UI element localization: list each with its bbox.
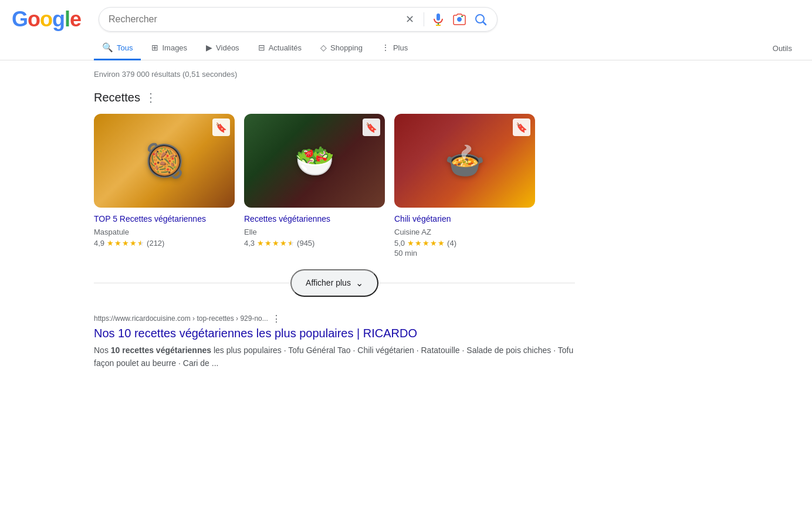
search-bar: meilleures recettes végétariennes ✕ <box>99 7 498 32</box>
star-2-3: ★ <box>272 239 279 248</box>
recipes-section-title: Recettes <box>94 91 140 104</box>
recipe-rating-1: 4,9 ★ ★ ★ ★ ★ (212) <box>94 239 235 248</box>
svg-line-5 <box>483 22 486 25</box>
tab-images[interactable]: ⊞ Images <box>143 37 195 60</box>
result-desc-1: Nos 10 recettes végétariennes les plus p… <box>94 344 575 370</box>
tab-tous[interactable]: 🔍 Tous <box>94 36 141 60</box>
header: Google meilleures recettes végétariennes… <box>0 0 812 32</box>
search-submit-icon[interactable] <box>473 12 488 26</box>
tab-shopping[interactable]: ◇ Shopping <box>312 37 371 60</box>
tab-shopping-label: Shopping <box>330 43 363 52</box>
tab-videos[interactable]: ▶ Vidéos <box>198 37 248 60</box>
bookmark-button-3[interactable]: 🔖 <box>513 118 530 136</box>
stars-2: ★ ★ ★ ★ ★ <box>257 239 295 248</box>
tab-actualites[interactable]: ⊟ Actualités <box>250 37 310 60</box>
results-count: Environ 379 000 résultats (0,51 secondes… <box>94 70 575 79</box>
recipe-image-2: 🥗 🔖 <box>244 114 385 208</box>
rating-count-1: (212) <box>147 239 164 248</box>
recipe-title-2[interactable]: Recettes végétariennes <box>244 214 385 225</box>
stars-1: ★ ★ ★ ★ ★ <box>107 239 144 248</box>
divider-left <box>94 283 290 283</box>
bookmark-button-2[interactable]: 🔖 <box>363 118 380 136</box>
bookmark-icon-1: 🔖 <box>215 122 227 133</box>
shopping-tab-icon: ◇ <box>320 43 327 52</box>
star-1-3: ★ <box>122 239 129 248</box>
recipe-card-3[interactable]: 🍲 🔖 Chili végétarien Cuisine AZ 5,0 ★ ★ … <box>394 114 535 258</box>
images-tab-icon: ⊞ <box>151 43 158 52</box>
tab-tous-label: Tous <box>117 43 133 52</box>
bookmark-icon-3: 🔖 <box>516 122 527 133</box>
recipe-title-1[interactable]: TOP 5 Recettes végétariennes <box>94 214 235 225</box>
star-2-4: ★ <box>280 239 287 248</box>
rating-score-3: 5,0 <box>394 239 405 248</box>
rating-score-1: 4,9 <box>94 239 104 248</box>
star-3-1: ★ <box>407 239 414 248</box>
google-logo[interactable]: Google <box>12 7 81 32</box>
recipes-section-header: Recettes ⋮ <box>94 90 575 104</box>
search-tab-icon: 🔍 <box>102 42 113 53</box>
result-url-text-1: https://www.ricardocuisine.com › top-rec… <box>94 314 268 323</box>
recipe-source-1: Maspatule <box>94 228 235 236</box>
result-title-1[interactable]: Nos 10 recettes végétariennes les plus p… <box>94 327 575 340</box>
svg-rect-0 <box>437 13 440 21</box>
search-result-1: https://www.ricardocuisine.com › top-rec… <box>94 313 575 370</box>
star-1-2: ★ <box>114 239 121 248</box>
bookmark-icon-2: 🔖 <box>366 122 377 133</box>
show-more-row: Afficher plus ⌄ <box>94 269 575 297</box>
actualites-tab-icon: ⊟ <box>258 43 265 52</box>
rating-score-2: 4,3 <box>244 239 255 248</box>
camera-icon[interactable] <box>452 12 466 26</box>
star-2-1: ★ <box>257 239 264 248</box>
section-menu-icon[interactable]: ⋮ <box>145 90 157 104</box>
star-1-4: ★ <box>130 239 137 248</box>
recipe-time-3: 50 min <box>394 249 535 258</box>
recipe-image-1: 🥘 🔖 <box>94 114 235 208</box>
recipe-source-3: Cuisine AZ <box>394 228 535 236</box>
recipe-card-1[interactable]: 🥘 🔖 TOP 5 Recettes végétariennes Maspatu… <box>94 114 235 258</box>
show-more-label: Afficher plus <box>306 278 351 287</box>
star-3-5: ★ <box>438 239 445 248</box>
result-url-1: https://www.ricardocuisine.com › top-rec… <box>94 313 575 324</box>
star-1-5: ★ <box>137 239 144 248</box>
results-area: Environ 379 000 résultats (0,51 secondes… <box>0 60 587 393</box>
tab-videos-label: Vidéos <box>216 43 239 52</box>
rating-count-3: (4) <box>447 239 456 248</box>
divider <box>424 12 424 26</box>
result-url-menu-1[interactable]: ⋮ <box>272 313 281 324</box>
recipe-title-3[interactable]: Chili végétarien <box>394 214 535 225</box>
search-icons: ✕ <box>402 12 488 26</box>
star-3-4: ★ <box>430 239 437 248</box>
star-1-1: ★ <box>107 239 114 248</box>
divider-right <box>378 283 575 283</box>
star-3-2: ★ <box>415 239 422 248</box>
star-2-2: ★ <box>265 239 272 248</box>
rating-count-2: (945) <box>297 239 314 248</box>
bookmark-button-1[interactable]: 🔖 <box>212 118 230 136</box>
plus-tab-icon: ⋮ <box>381 43 390 52</box>
star-3-3: ★ <box>422 239 429 248</box>
tab-plus-label: Plus <box>393 43 408 52</box>
recipe-image-3: 🍲 🔖 <box>394 114 535 208</box>
star-2-5: ★ <box>287 239 295 248</box>
tab-plus[interactable]: ⋮ Plus <box>373 37 416 60</box>
outils-button[interactable]: Outils <box>764 38 800 59</box>
nav-tabs: 🔍 Tous ⊞ Images ▶ Vidéos ⊟ Actualités ◇ … <box>0 32 812 60</box>
recipe-rating-2: 4,3 ★ ★ ★ ★ ★ (945) <box>244 239 385 248</box>
recipe-rating-3: 5,0 ★ ★ ★ ★ ★ (4) <box>394 239 535 248</box>
recipe-source-2: Elle <box>244 228 385 236</box>
chevron-down-icon: ⌄ <box>356 277 363 289</box>
tab-images-label: Images <box>162 43 187 52</box>
videos-tab-icon: ▶ <box>206 43 212 52</box>
clear-icon[interactable]: ✕ <box>402 12 417 26</box>
stars-3: ★ ★ ★ ★ ★ <box>407 239 445 248</box>
recipe-cards: 🥘 🔖 TOP 5 Recettes végétariennes Maspatu… <box>94 114 575 258</box>
svg-rect-3 <box>461 16 463 17</box>
search-input[interactable]: meilleures recettes végétariennes <box>109 14 397 25</box>
recipe-card-2[interactable]: 🥗 🔖 Recettes végétariennes Elle 4,3 ★ ★ … <box>244 114 385 258</box>
tab-actualites-label: Actualités <box>269 43 302 52</box>
microphone-icon[interactable] <box>431 12 445 26</box>
show-more-button[interactable]: Afficher plus ⌄ <box>290 269 378 297</box>
